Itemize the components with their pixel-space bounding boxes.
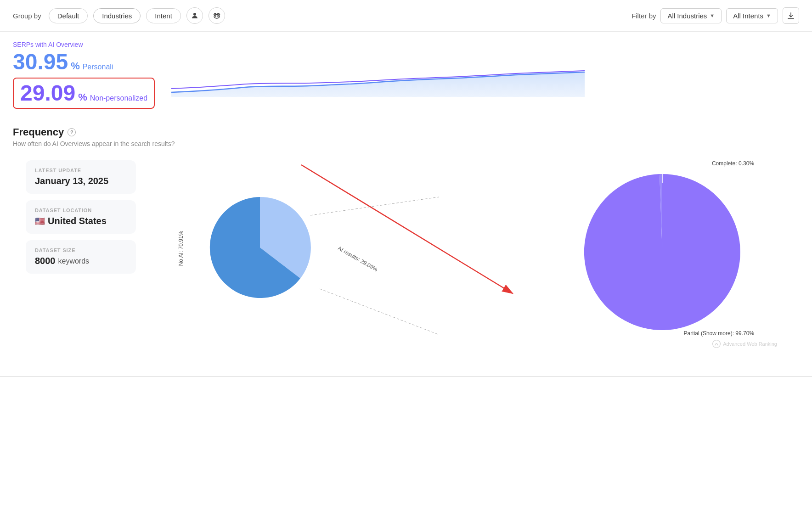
personalized-value: 30.95	[13, 51, 68, 73]
dataset-location-card: DATASET LOCATION 🇺🇸 United States	[26, 200, 136, 234]
dataset-location-label: DATASET LOCATION	[35, 208, 127, 213]
download-button[interactable]	[783, 7, 799, 24]
chevron-down-icon: ▼	[710, 13, 715, 18]
all-intents-dropdown[interactable]: All Intents ▼	[726, 8, 778, 23]
svg-line-5	[320, 289, 439, 335]
watermark: Advanced Web Ranking	[712, 339, 777, 348]
dataset-size-label: DATASET SIZE	[35, 247, 127, 253]
toolbar: Group by Default Industries Intent Filte…	[0, 0, 812, 32]
download-icon	[787, 11, 795, 20]
info-cards: LATEST UPDATE January 13, 2025 DATASET L…	[26, 160, 136, 274]
us-flag-icon: 🇺🇸	[35, 216, 45, 226]
bottom-border	[0, 376, 812, 377]
content-row: LATEST UPDATE January 13, 2025 DATASET L…	[13, 160, 799, 353]
non-personalized-pct-symbol: %	[78, 91, 87, 103]
incognito-icon-btn[interactable]	[209, 7, 225, 24]
toolbar-right: Filter by All Industries ▼ All Intents ▼	[632, 7, 799, 24]
all-industries-dropdown[interactable]: All Industries ▼	[660, 8, 722, 23]
large-pie-wrapper: Complete: 0.30% Partial (Show more): 99.…	[575, 165, 750, 341]
personalized-label: Personali	[83, 63, 113, 71]
non-personalized-value: 29.09	[20, 82, 75, 104]
all-intents-label: All Intents	[733, 12, 763, 20]
small-pie-chart	[200, 188, 320, 307]
incognito-icon	[212, 11, 221, 20]
non-personalized-stat: 29.09 % Non-personalized	[13, 78, 155, 109]
latest-update-card: LATEST UPDATE January 13, 2025	[26, 160, 136, 194]
latest-update-label: LATEST UPDATE	[35, 168, 127, 173]
tab-intent[interactable]: Intent	[146, 8, 181, 23]
person-icon-btn[interactable]	[186, 7, 203, 24]
watermark-icon	[712, 339, 721, 348]
dataset-size-card: DATASET SIZE 8000 keywords	[26, 240, 136, 274]
tab-industries[interactable]: Industries	[93, 8, 141, 23]
line-chart	[171, 51, 799, 97]
svg-point-0	[193, 13, 196, 16]
serps-label: SERPs with AI Overview	[13, 41, 799, 48]
frequency-title: Frequency ?	[13, 126, 799, 138]
group-by-label: Group by	[13, 12, 41, 20]
svg-point-9	[713, 340, 721, 348]
frequency-subtitle: How often do AI Overviews appear in the …	[13, 140, 799, 147]
personalized-pct-symbol: %	[71, 60, 80, 72]
small-pie-wrapper: No AI: 70.91% AI results: 29.09%	[200, 188, 320, 309]
svg-point-3	[217, 15, 219, 17]
frequency-info-icon[interactable]: ?	[68, 128, 76, 136]
top-stat-area: 30.95 % Personali 29.09 % Non-personaliz…	[13, 51, 799, 109]
dataset-location-value: 🇺🇸 United States	[35, 216, 127, 226]
latest-update-value: January 13, 2025	[35, 176, 127, 186]
person-icon	[191, 11, 199, 20]
no-ai-label: No AI: 70.91%	[178, 231, 184, 266]
large-pie-chart	[575, 165, 750, 339]
svg-point-2	[215, 15, 216, 17]
tab-default[interactable]: Default	[49, 8, 88, 23]
stats-section: SERPs with AI Overview 30.95 % Personali…	[0, 32, 812, 113]
ai-results-label: AI results: 29.09%	[355, 236, 361, 282]
dataset-size-unit: keywords	[58, 257, 90, 265]
svg-line-4	[310, 197, 439, 215]
personalized-stat: 30.95 % Personali	[13, 51, 155, 73]
filter-label: Filter by	[632, 12, 656, 20]
dataset-size-value: 8000 keywords	[35, 256, 127, 266]
non-personalized-label: Non-personalized	[90, 94, 147, 102]
complete-label: Complete: 0.30%	[712, 160, 754, 167]
line-chart-svg	[171, 51, 585, 97]
frequency-section: Frequency ? How often do AI Overviews ap…	[0, 113, 812, 362]
stats-left: 30.95 % Personali 29.09 % Non-personaliz…	[13, 51, 155, 109]
all-industries-label: All Industries	[667, 12, 707, 20]
svg-line-8	[301, 165, 513, 293]
charts-container: No AI: 70.91% AI results: 29.09%	[154, 160, 786, 353]
partial-label: Partial (Show more): 99.70%	[684, 330, 754, 337]
chevron-down-icon-2: ▼	[766, 13, 771, 18]
